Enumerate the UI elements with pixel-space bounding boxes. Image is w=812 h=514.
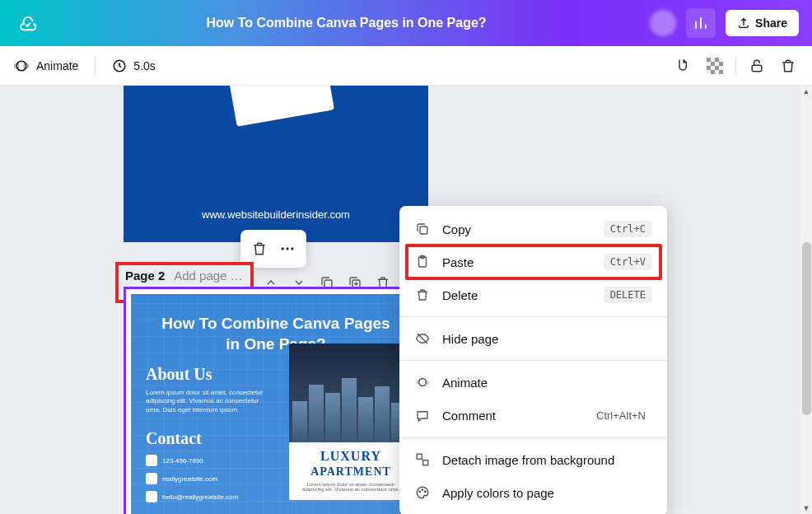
menu-copy-label: Copy bbox=[442, 222, 471, 236]
scrollbar-thumb[interactable] bbox=[802, 242, 811, 415]
menu-apply-colors[interactable]: Apply colors to page bbox=[399, 476, 667, 509]
menu-divider bbox=[399, 316, 667, 317]
luxury-label: LUXURY bbox=[289, 442, 413, 465]
photo-card: LUXURY APARTMENT Lorem ipsum dolor sit a… bbox=[289, 343, 413, 500]
menu-copy-shortcut: Ctrl+C bbox=[604, 221, 652, 237]
styles-button[interactable] bbox=[673, 55, 694, 77]
menu-divider bbox=[399, 360, 667, 361]
building-photo bbox=[289, 343, 413, 442]
email-icon bbox=[146, 491, 157, 502]
menu-delete-shortcut: DELETE bbox=[604, 287, 652, 303]
menu-paste-shortcut: Ctrl+V bbox=[604, 254, 652, 270]
about-heading: About Us bbox=[146, 365, 269, 384]
menu-detach[interactable]: Detach image from background bbox=[399, 443, 667, 476]
toolbar-divider bbox=[735, 56, 736, 76]
svg-point-15 bbox=[286, 247, 288, 250]
page-title-placeholder: Add page ti... bbox=[174, 269, 244, 283]
scroll-down-arrow[interactable]: ▼ bbox=[800, 502, 812, 514]
menu-animate-label: Animate bbox=[442, 376, 488, 390]
avatar[interactable] bbox=[650, 10, 676, 36]
web-icon bbox=[146, 473, 157, 484]
about-text: Lorem ipsum dolor sit amet, consectetur … bbox=[146, 389, 269, 414]
menu-delete-label: Delete bbox=[442, 288, 478, 302]
duration-label: 5.0s bbox=[133, 59, 155, 72]
copy-icon bbox=[414, 221, 431, 237]
trash-icon[interactable] bbox=[245, 235, 273, 263]
menu-paste-label: Paste bbox=[442, 255, 474, 269]
svg-rect-6 bbox=[715, 58, 719, 62]
svg-point-28 bbox=[419, 491, 421, 493]
svg-point-16 bbox=[291, 247, 293, 250]
svg-rect-8 bbox=[719, 62, 723, 66]
svg-rect-12 bbox=[719, 70, 723, 74]
comment-icon bbox=[414, 408, 431, 424]
menu-apply-colors-label: Apply colors to page bbox=[442, 486, 554, 500]
cloud-save-icon[interactable] bbox=[13, 8, 43, 38]
duration-button[interactable]: 5.0s bbox=[112, 58, 155, 73]
page-1-thumbnail[interactable]: www.websitebuilderinsider.com bbox=[124, 86, 428, 242]
menu-comment-shortcut: Ctrl+Alt+N bbox=[590, 407, 652, 424]
animate-icon bbox=[414, 374, 431, 390]
toolbar-divider bbox=[95, 56, 96, 76]
menu-delete[interactable]: Delete DELETE bbox=[399, 278, 667, 311]
svg-rect-11 bbox=[711, 70, 715, 74]
page1-shape bbox=[226, 86, 334, 127]
page1-url: www.websitebuilderinsider.com bbox=[124, 208, 428, 221]
svg-point-24 bbox=[417, 381, 420, 384]
svg-rect-7 bbox=[711, 62, 715, 66]
svg-rect-27 bbox=[423, 460, 428, 465]
svg-rect-20 bbox=[420, 227, 427, 234]
menu-comment-label: Comment bbox=[442, 409, 496, 423]
svg-point-30 bbox=[425, 491, 427, 493]
menu-paste[interactable]: Paste Ctrl+V bbox=[399, 245, 667, 278]
lock-button[interactable] bbox=[746, 55, 768, 77]
transparency-button[interactable] bbox=[704, 55, 726, 77]
contact-email: hello@reallygreatsite.com bbox=[146, 491, 269, 502]
scroll-up-arrow[interactable]: ▲ bbox=[800, 86, 812, 97]
svg-rect-13 bbox=[752, 65, 762, 72]
palette-icon bbox=[414, 484, 431, 501]
menu-comment[interactable]: Comment Ctrl+Alt+N bbox=[399, 399, 667, 432]
toolbar: Animate 5.0s bbox=[0, 46, 812, 86]
delete-icon bbox=[414, 287, 431, 303]
hide-icon bbox=[414, 330, 431, 347]
share-button[interactable]: Share bbox=[726, 10, 799, 36]
animate-label: Animate bbox=[36, 59, 78, 72]
menu-hide-page[interactable]: Hide page bbox=[399, 322, 667, 355]
animate-button[interactable]: Animate bbox=[13, 58, 78, 74]
svg-rect-10 bbox=[715, 66, 719, 70]
svg-point-29 bbox=[422, 489, 423, 491]
phone-icon bbox=[146, 455, 157, 466]
context-menu: Copy Ctrl+C Paste Ctrl+V Delete DELETE H… bbox=[399, 206, 667, 514]
menu-animate[interactable]: Animate bbox=[399, 366, 667, 399]
analytics-button[interactable] bbox=[686, 8, 716, 38]
contact-heading: Contact bbox=[146, 429, 269, 448]
menu-divider bbox=[399, 437, 667, 438]
menu-hide-label: Hide page bbox=[442, 332, 498, 346]
share-label: Share bbox=[755, 16, 787, 30]
document-title[interactable]: How To Combine Canva Pages in One Page? bbox=[43, 16, 650, 30]
card-lorem: Lorem ipsum dolor sit amet, consectetur … bbox=[289, 479, 413, 500]
paste-icon bbox=[414, 254, 431, 270]
contact-phone: 123-456-7890 bbox=[146, 455, 269, 466]
svg-rect-9 bbox=[707, 66, 711, 70]
contact-site: reallygreatsite.com bbox=[146, 473, 269, 484]
svg-point-14 bbox=[282, 247, 284, 250]
trash-button[interactable] bbox=[777, 55, 799, 77]
app-header: How To Combine Canva Pages in One Page? … bbox=[0, 0, 812, 46]
menu-detach-label: Detach image from background bbox=[442, 453, 614, 467]
detach-icon bbox=[414, 451, 431, 468]
svg-point-25 bbox=[425, 381, 428, 384]
apartment-label: APARTMENT bbox=[289, 465, 413, 479]
menu-copy[interactable]: Copy Ctrl+C bbox=[399, 213, 667, 245]
svg-rect-26 bbox=[417, 454, 422, 459]
more-icon[interactable] bbox=[273, 235, 301, 263]
page-2-canvas[interactable]: How To Combine Canva Pagesin One Page? A… bbox=[124, 287, 428, 514]
svg-rect-5 bbox=[707, 58, 711, 62]
